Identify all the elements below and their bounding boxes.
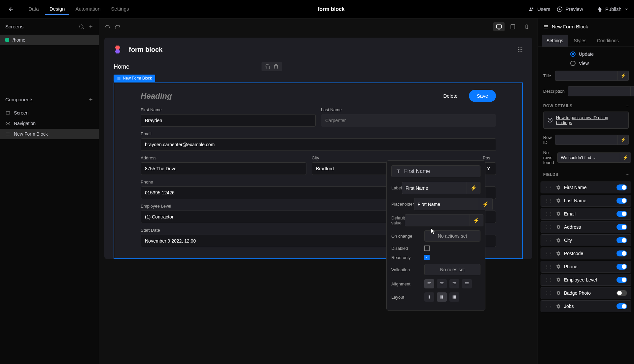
drag-handle-icon[interactable]: ⋮⋮ bbox=[545, 238, 553, 243]
no-rows-input[interactable] bbox=[557, 152, 620, 163]
field-toggle[interactable] bbox=[616, 277, 627, 283]
info-link[interactable]: How to pass a row ID using bindings bbox=[556, 115, 624, 125]
drag-handle-icon[interactable]: ⋮⋮ bbox=[545, 185, 553, 190]
bolt-icon[interactable]: ⚡ bbox=[618, 135, 629, 145]
drag-handle-icon[interactable]: ⋮⋮ bbox=[545, 225, 553, 229]
popover-validation-button[interactable]: No rules set bbox=[424, 264, 480, 275]
field-item[interactable]: ⋮⋮Phone bbox=[541, 261, 631, 273]
search-screens-button[interactable] bbox=[79, 24, 84, 29]
component-navigation[interactable]: Navigation bbox=[0, 118, 99, 129]
align-justify-button[interactable] bbox=[462, 279, 472, 288]
field-toggle[interactable] bbox=[616, 237, 627, 243]
layout-1col-button[interactable] bbox=[424, 292, 434, 302]
publish-button[interactable]: Publish bbox=[597, 6, 629, 12]
device-desktop-button[interactable] bbox=[493, 22, 505, 31]
field-item[interactable]: ⋮⋮City bbox=[541, 234, 631, 246]
description-prop-input[interactable] bbox=[568, 86, 631, 96]
email-input[interactable] bbox=[141, 138, 496, 151]
app-menu-icon[interactable] bbox=[517, 47, 523, 52]
popover-disabled-checkbox[interactable] bbox=[424, 246, 430, 251]
bolt-icon[interactable]: ⚡ bbox=[631, 86, 634, 96]
field-item[interactable]: ⋮⋮Jobs bbox=[541, 300, 631, 312]
gear-icon[interactable] bbox=[556, 185, 561, 190]
popover-placeholder-input[interactable] bbox=[414, 198, 479, 210]
bolt-icon[interactable]: ⚡ bbox=[470, 214, 483, 226]
bolt-icon[interactable]: ⚡ bbox=[620, 152, 631, 163]
field-item[interactable]: ⋮⋮Address bbox=[541, 221, 631, 233]
collapse-button[interactable]: − bbox=[626, 172, 629, 177]
form-delete-button[interactable]: Delete bbox=[437, 90, 464, 102]
tab-conditions[interactable]: Conditions bbox=[592, 35, 623, 47]
drag-handle-icon[interactable]: ⋮⋮ bbox=[545, 291, 553, 295]
field-item[interactable]: ⋮⋮Email bbox=[541, 208, 631, 220]
bolt-icon[interactable]: ⚡ bbox=[467, 182, 480, 194]
popover-onchange-button[interactable]: No actions set bbox=[424, 230, 480, 242]
nav-design[interactable]: Design bbox=[45, 3, 70, 15]
drag-handle-icon[interactable]: ⋮⋮ bbox=[545, 278, 553, 282]
gear-icon[interactable] bbox=[556, 225, 561, 229]
tab-settings[interactable]: Settings bbox=[542, 35, 568, 47]
field-item[interactable]: ⋮⋮Last Name bbox=[541, 195, 631, 207]
radio-update[interactable]: Update bbox=[565, 50, 634, 59]
layout-3col-button[interactable] bbox=[449, 292, 459, 302]
collapse-button[interactable]: − bbox=[626, 104, 629, 108]
component-new-form-block[interactable]: New Form Block bbox=[0, 129, 99, 139]
form-save-button[interactable]: Save bbox=[469, 90, 496, 102]
back-button[interactable] bbox=[5, 3, 17, 15]
field-toggle[interactable] bbox=[616, 250, 627, 256]
device-tablet-button[interactable] bbox=[507, 22, 518, 31]
field-item[interactable]: ⋮⋮Employee Level bbox=[541, 274, 631, 286]
field-toggle[interactable] bbox=[616, 224, 627, 230]
layout-2col-button[interactable] bbox=[437, 292, 447, 302]
nav-data[interactable]: Data bbox=[24, 3, 44, 15]
redo-button[interactable] bbox=[114, 24, 120, 30]
align-right-button[interactable] bbox=[449, 279, 459, 288]
popover-label-input[interactable] bbox=[402, 182, 467, 194]
row-id-input[interactable] bbox=[555, 135, 618, 145]
field-toggle[interactable] bbox=[616, 264, 627, 270]
gear-icon[interactable] bbox=[556, 304, 561, 309]
gear-icon[interactable] bbox=[556, 264, 561, 269]
tab-styles[interactable]: Styles bbox=[569, 35, 591, 47]
component-screen[interactable]: Screen bbox=[0, 108, 99, 118]
gear-icon[interactable] bbox=[556, 278, 561, 282]
nav-settings[interactable]: Settings bbox=[106, 3, 133, 15]
field-toggle[interactable] bbox=[616, 198, 627, 204]
radio-view[interactable]: View bbox=[565, 59, 634, 68]
gear-icon[interactable] bbox=[556, 212, 561, 216]
duplicate-button[interactable] bbox=[265, 64, 270, 69]
info-box[interactable]: How to pass a row ID using bindings bbox=[543, 112, 629, 129]
first-name-input[interactable] bbox=[141, 114, 316, 127]
add-screen-button[interactable] bbox=[88, 24, 93, 29]
drag-handle-icon[interactable]: ⋮⋮ bbox=[545, 304, 553, 309]
delete-button[interactable] bbox=[273, 64, 279, 69]
nav-automation[interactable]: Automation bbox=[71, 3, 105, 15]
screen-item-home[interactable]: /home bbox=[0, 35, 99, 45]
drag-handle-icon[interactable]: ⋮⋮ bbox=[545, 251, 553, 256]
align-left-button[interactable] bbox=[424, 279, 434, 288]
drag-handle-icon[interactable]: ⋮⋮ bbox=[545, 198, 553, 203]
device-mobile-button[interactable] bbox=[521, 22, 532, 31]
gear-icon[interactable] bbox=[556, 251, 561, 256]
last-name-input[interactable] bbox=[321, 114, 496, 127]
field-toggle[interactable] bbox=[616, 184, 627, 190]
field-toggle[interactable] bbox=[616, 290, 627, 296]
title-prop-input[interactable] bbox=[555, 71, 618, 81]
users-button[interactable]: Users bbox=[529, 6, 550, 12]
gear-icon[interactable] bbox=[556, 291, 561, 295]
bolt-icon[interactable]: ⚡ bbox=[479, 198, 493, 210]
popover-default-input[interactable] bbox=[405, 214, 470, 226]
field-item[interactable]: ⋮⋮Postcode bbox=[541, 248, 631, 259]
field-item[interactable]: ⋮⋮First Name bbox=[541, 182, 631, 193]
preview-button[interactable]: Preview bbox=[557, 6, 583, 12]
gear-icon[interactable] bbox=[556, 198, 561, 203]
undo-button[interactable] bbox=[104, 24, 110, 30]
field-toggle[interactable] bbox=[616, 303, 627, 309]
add-component-button[interactable] bbox=[88, 97, 93, 102]
field-item[interactable]: ⋮⋮Badge Photo bbox=[541, 287, 631, 299]
bolt-icon[interactable]: ⚡ bbox=[618, 71, 629, 81]
align-center-button[interactable] bbox=[437, 279, 447, 288]
popover-readonly-checkbox[interactable] bbox=[424, 255, 430, 260]
address-input[interactable] bbox=[141, 162, 306, 175]
component-tag[interactable]: New Form Block bbox=[114, 75, 155, 82]
